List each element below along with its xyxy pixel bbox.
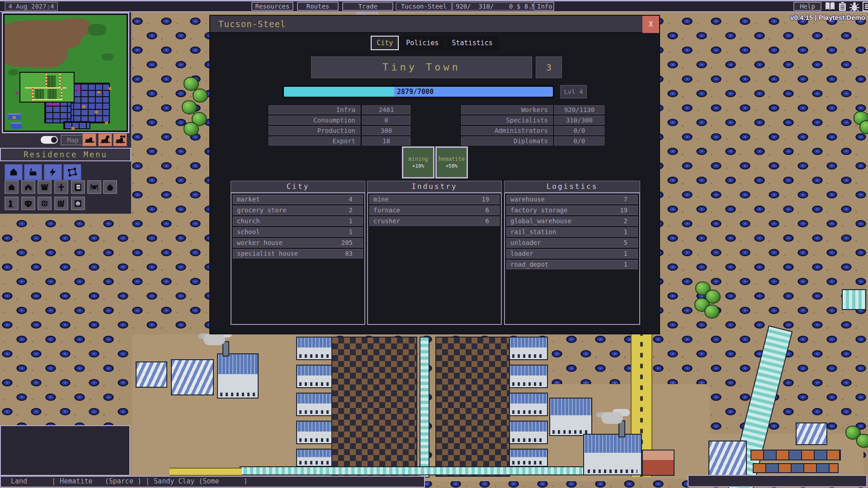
trade-routes-button[interactable]: Trade Routes <box>342 2 393 11</box>
build-icon-dining[interactable] <box>87 180 101 194</box>
buff-value: +50% <box>437 163 467 169</box>
stat-value-specialists: 310/300 <box>554 116 604 125</box>
build-icon-theater-mask[interactable] <box>21 197 35 210</box>
build-icon-entertainment[interactable] <box>71 197 85 210</box>
list-item: global_warehouse2 <box>506 216 638 226</box>
tree <box>183 101 196 113</box>
build-icon-church[interactable] <box>54 180 68 194</box>
version-label: v0.4.15 | Playtest Demo <box>790 14 865 21</box>
help-button[interactable]: Help <box>793 2 821 11</box>
panel-city: City market4 grocery store2 church1 scho… <box>231 181 365 325</box>
buff-name: mining <box>403 156 433 162</box>
panel-logistics-list: warehouse7 factory storage19 global_ware… <box>504 192 640 325</box>
panel-city-list: market4 grocery store2 church1 school1 w… <box>231 192 365 325</box>
category-tab-power[interactable] <box>44 164 62 180</box>
list-item: unloader5 <box>506 238 638 248</box>
minimap-frame <box>2 12 129 133</box>
tab-policies[interactable]: Policies <box>400 36 444 50</box>
category-tab-logistics[interactable] <box>63 164 81 180</box>
field-plot <box>331 337 417 477</box>
stat-value-diplomats: 0/0 <box>554 136 604 145</box>
panel-city-header: City <box>231 181 365 192</box>
buff-hematite[interactable]: hematite +50% <box>435 146 468 178</box>
stat-value-administrators: 0/0 <box>554 126 604 135</box>
list-item: market4 <box>233 195 363 204</box>
striped-warehouse <box>171 359 214 395</box>
tree <box>184 78 198 90</box>
brick-building <box>642 450 675 476</box>
stat-label-specialists: Specialists <box>461 116 553 125</box>
build-icon-market-stall[interactable] <box>38 180 52 194</box>
category-tab-industry[interactable] <box>24 164 42 180</box>
minimap[interactable] <box>5 15 127 131</box>
train-overlay-button[interactable] <box>82 133 96 146</box>
dialog-title-bar[interactable]: Tucson-Steel X <box>210 16 659 33</box>
city-growth-progress-bar: 2879/7000 <box>283 85 554 98</box>
category-tab-residence[interactable] <box>5 164 23 180</box>
list-item: furnace6 <box>369 206 500 215</box>
minimap-toggle[interactable] <box>41 136 58 144</box>
manual-book-icon[interactable] <box>825 2 835 11</box>
build-icon-library[interactable] <box>54 197 68 210</box>
panel-logistics-header: Logistics <box>504 181 640 192</box>
stat-label-workers: Workers <box>461 105 553 114</box>
close-button[interactable]: X <box>642 16 659 33</box>
buff-value: +10% <box>403 163 433 169</box>
map-button[interactable]: Map <box>61 135 85 145</box>
routes-button[interactable]: Routes <box>297 2 339 11</box>
progress-label: 2879/7000 <box>397 87 434 97</box>
stat-label-administrators: Administrators <box>461 126 553 135</box>
buff-name: hematite <box>437 156 467 162</box>
tree <box>706 291 720 303</box>
smoke-cloud <box>203 333 225 345</box>
stat-label-consumption: Consumption <box>269 116 360 125</box>
factory-building <box>296 449 332 467</box>
panel-industry-list: mine19 furnace6 crusher6 <box>367 192 502 325</box>
tab-statistics[interactable]: Statistics <box>446 36 499 50</box>
factory-building <box>509 393 548 416</box>
build-icon-house[interactable] <box>5 180 19 194</box>
station-overlay-button[interactable] <box>98 133 112 146</box>
city-count-badge[interactable]: 3 <box>536 56 562 78</box>
changelog-clipboard-icon[interactable] <box>839 2 846 11</box>
factory-building <box>296 421 332 444</box>
list-item: specialist house83 <box>233 249 363 258</box>
tile-info-status-bar: Land | Hematite (Sparce ) | Sandy Clay (… <box>0 476 425 488</box>
level-badge[interactable]: Lvl 4 <box>560 85 587 99</box>
minimap-structure <box>11 122 22 129</box>
stat-label-export: Export <box>269 136 360 145</box>
list-item: worker house205 <box>233 238 363 248</box>
tree <box>857 435 868 447</box>
menu-hamburger-icon[interactable] <box>863 2 868 11</box>
top-bar: 4 Aug 2027:4 Resources Routes Trade Rout… <box>0 0 868 12</box>
list-item: loader1 <box>506 249 638 258</box>
tree <box>193 89 207 102</box>
buff-mining[interactable]: mining +10% <box>402 146 434 178</box>
info-button[interactable]: Info <box>533 2 554 11</box>
build-icon-school[interactable]: Ab <box>71 180 85 194</box>
build-icon-statue[interactable] <box>5 197 19 210</box>
factory-building <box>296 365 332 388</box>
build-icon-barn[interactable] <box>21 180 35 194</box>
hazard-road <box>170 468 242 476</box>
stat-value-export: 18 <box>362 136 410 145</box>
city-name-field[interactable]: Tiny Town <box>311 56 532 78</box>
build-icon-sports-ball[interactable] <box>38 197 52 210</box>
residence-menu-title: Residence Menu <box>0 148 131 161</box>
city-select-button[interactable]: Tucson-Steel <box>396 2 452 11</box>
minimap-viewport[interactable] <box>19 72 75 103</box>
resources-button[interactable]: Resources <box>251 2 293 11</box>
build-icon-grocery[interactable] <box>103 180 117 194</box>
dock-structure <box>842 289 866 310</box>
city-dialog: Tucson-Steel X City Policies Statistics … <box>209 15 660 334</box>
status-bar-right <box>688 475 867 487</box>
striped-warehouse <box>136 361 167 388</box>
rail-overlay-button[interactable] <box>113 133 127 146</box>
date-display: 4 Aug 2027:4 <box>5 2 58 11</box>
bug-report-icon[interactable] <box>849 2 859 11</box>
smoke-cloud <box>601 412 623 424</box>
field-plot <box>435 337 510 477</box>
stat-label-infra: Infra <box>269 105 360 114</box>
tab-city[interactable]: City <box>371 36 399 50</box>
list-item: factory storage19 <box>506 206 638 215</box>
